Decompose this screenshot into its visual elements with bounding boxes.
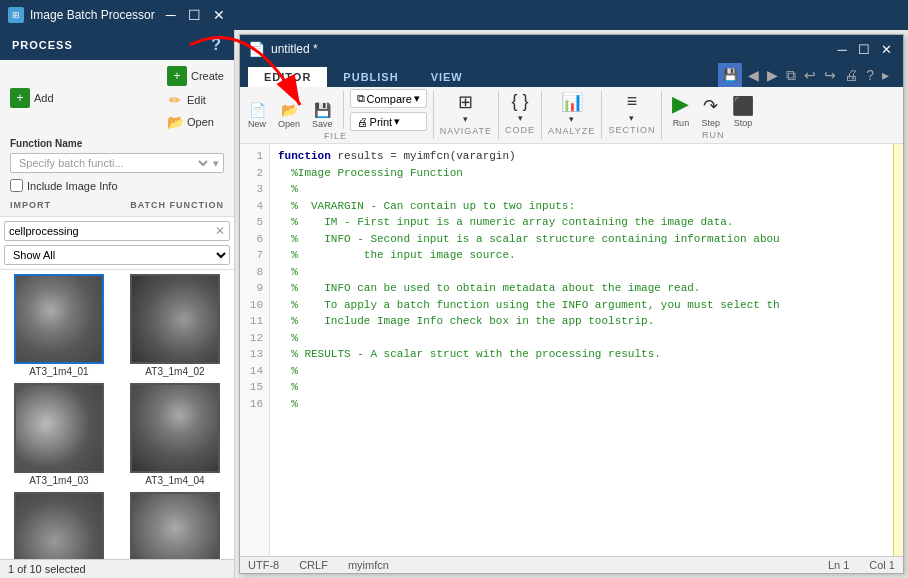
status-bar: 1 of 10 selected [0, 559, 234, 578]
run-icon: ▶ [672, 91, 689, 117]
navigate-group: ⊞ ▾ NAVIGATE [440, 89, 492, 141]
add-create-row: + Add + Create ✏ Edit 📂 Open [6, 64, 228, 132]
print-button[interactable]: 🖨 Print ▾ [350, 112, 427, 131]
step-label: Step [701, 118, 720, 128]
list-item[interactable]: AT3_1m4_05 [4, 492, 114, 559]
function-select[interactable]: Specify batch functi... [15, 156, 211, 170]
stop-icon: ⬛ [732, 95, 754, 117]
function-dropdown[interactable]: Specify batch functi... ▾ [10, 153, 224, 173]
minimize-button[interactable]: ─ [161, 5, 181, 25]
stop-label: Stop [734, 118, 753, 128]
editor-main-toolbar: 📄 New 📂 Open 💾 Save [240, 87, 903, 144]
selection-status: 1 of 10 selected [8, 563, 86, 575]
code-editor[interactable]: function results = myimfcn(varargin) %Im… [270, 144, 893, 556]
code-tool[interactable]: { } ▾ [507, 89, 532, 125]
editor-tabs: EDITOR PUBLISH VIEW 💾 ◀ ▶ ⧉ ↩ ↪ 🖨 ? ▸ [240, 63, 903, 87]
help-editor-icon[interactable]: ? [864, 65, 876, 85]
left-panel: PROCESS ? + Add + Create ✏ Edit [0, 30, 235, 578]
toolbar-icon-2[interactable]: ▶ [765, 65, 780, 85]
editor-doc-icon: 📄 [248, 41, 265, 57]
help-icon[interactable]: ? [211, 36, 222, 54]
editor-maximize-button[interactable]: ☐ [855, 40, 873, 58]
col-status: Col 1 [869, 559, 895, 571]
search-area: ✕ Show All [0, 217, 234, 270]
toolbar-divider-2 [433, 91, 434, 139]
tab-publish[interactable]: PUBLISH [327, 67, 414, 87]
navigate-tool[interactable]: ⊞ ▾ [454, 89, 477, 126]
section-arrow: ▾ [629, 113, 634, 123]
toolbar-icon-4[interactable]: ↩ [802, 65, 818, 85]
image-preview [16, 385, 102, 471]
code-editor-container: 12345678910111213141516 function results… [240, 144, 903, 556]
tab-editor[interactable]: EDITOR [248, 67, 327, 87]
new-tool[interactable]: 📄 New [244, 100, 270, 131]
edit-button[interactable]: ✏ Edit [163, 90, 228, 110]
expand-icon[interactable]: ▸ [880, 65, 891, 85]
list-item[interactable]: AT3_1m4_02 [120, 274, 230, 377]
process-header: PROCESS ? [0, 30, 234, 60]
analyze-tool[interactable]: 📊 ▾ [557, 89, 587, 126]
run-section-label: RUN [702, 130, 725, 140]
toolbar-icon-1[interactable]: ◀ [746, 65, 761, 85]
list-item[interactable]: AT3_1m4_06 [120, 492, 230, 559]
navigate-icon: ⊞ [458, 91, 473, 113]
step-tool[interactable]: ↷ Step [697, 93, 724, 130]
maximize-button[interactable]: ☐ [185, 5, 205, 25]
image-preview [132, 276, 218, 362]
toolbar-icon-5[interactable]: ↪ [822, 65, 838, 85]
image-thumb[interactable] [14, 383, 104, 473]
search-input[interactable] [9, 225, 215, 237]
dropdown-arrow-icon: ▾ [213, 157, 219, 170]
close-button[interactable]: ✕ [209, 5, 229, 25]
clear-search-icon[interactable]: ✕ [215, 224, 225, 238]
filter-select[interactable]: Show All [4, 245, 230, 265]
save-tool[interactable]: 💾 Save [308, 100, 337, 131]
analyze-group: 📊 ▾ ANALYZE [548, 89, 595, 141]
filter-row: Show All [4, 245, 230, 265]
image-thumb[interactable] [130, 383, 220, 473]
include-image-info-row: Include Image Info [6, 177, 228, 194]
editor-window: 📄 untitled * ─ ☐ ✕ EDITOR PUBLISH VIEW 💾… [239, 34, 904, 574]
run-tool[interactable]: ▶ Run [668, 89, 693, 130]
toolbar-divider-1 [343, 91, 344, 129]
save-disk-icon: 💾 [314, 102, 331, 118]
toolbar-icon-6[interactable]: 🖨 [842, 65, 860, 85]
process-label: PROCESS [12, 39, 73, 51]
create-button[interactable]: + Create [163, 64, 228, 88]
add-button[interactable]: + Add [6, 86, 58, 110]
toolbar-divider-6 [661, 91, 662, 139]
app-icon: ⊞ [8, 7, 24, 23]
batch-function-label: BATCH FUNCTION [130, 198, 224, 212]
compare-icon: ⧉ [357, 92, 365, 105]
tab-view[interactable]: VIEW [415, 67, 479, 87]
navigate-label: NAVIGATE [440, 126, 492, 136]
stop-tool[interactable]: ⬛ Stop [728, 93, 758, 130]
toolbar-divider-3 [498, 91, 499, 139]
compare-button[interactable]: ⧉ Compare ▾ [350, 89, 427, 108]
include-image-info-label: Include Image Info [27, 180, 118, 192]
open-folder-icon: 📂 [281, 102, 298, 118]
editor-close-button[interactable]: ✕ [877, 40, 895, 58]
list-item[interactable]: AT3_1m4_04 [120, 383, 230, 486]
save-icon-button[interactable]: 💾 [718, 63, 742, 87]
include-image-info-checkbox[interactable] [10, 179, 23, 192]
image-thumb[interactable] [130, 492, 220, 559]
list-item[interactable]: AT3_1m4_03 [4, 383, 114, 486]
open-button[interactable]: 📂 Open [163, 112, 228, 132]
main-container: PROCESS ? + Add + Create ✏ Edit [0, 30, 908, 578]
image-label: AT3_1m4_04 [145, 475, 204, 486]
open-icon: 📂 [167, 114, 183, 130]
left-toolbar: + Add + Create ✏ Edit 📂 Open [0, 60, 234, 217]
image-thumb[interactable] [14, 274, 104, 364]
image-thumb[interactable] [130, 274, 220, 364]
open-tool[interactable]: 📂 Open [274, 100, 304, 131]
section-tool[interactable]: ≡ ▾ [623, 89, 642, 125]
toolbar-icon-3[interactable]: ⧉ [784, 65, 798, 86]
editor-minimize-button[interactable]: ─ [833, 40, 851, 58]
analyze-label: ANALYZE [548, 126, 595, 136]
image-thumb[interactable] [14, 492, 104, 559]
list-item[interactable]: AT3_1m4_01 [4, 274, 114, 377]
print-icon: 🖨 [357, 116, 368, 128]
editor-window-controls: ─ ☐ ✕ [833, 40, 895, 58]
section-icon: ≡ [627, 91, 638, 112]
